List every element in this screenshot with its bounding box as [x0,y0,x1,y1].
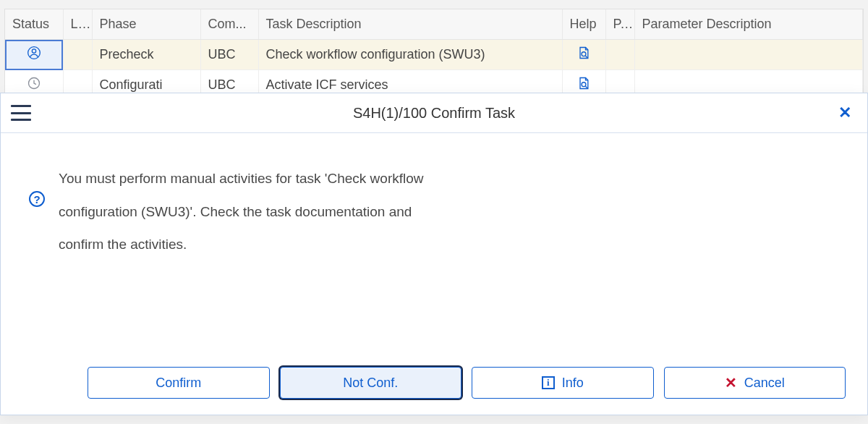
svg-point-2 [582,52,586,56]
cancel-button[interactable]: ✕ Cancel [664,367,846,399]
table-row[interactable]: Precheck UBC Check workflow configuratio… [5,40,863,70]
cancel-button-label: Cancel [744,376,785,391]
cell-p [605,40,634,70]
not-confirmed-button[interactable]: Not Conf. [280,367,462,399]
help-doc-icon[interactable] [576,46,591,64]
col-status[interactable]: Status [5,9,63,40]
cell-task-description: Check workflow configuration (SWU3) [258,40,562,70]
tasks-table: Status Log Phase Com... Task Description… [5,9,863,101]
menu-icon[interactable] [11,105,31,121]
col-p[interactable]: P... [605,9,634,40]
dialog-icon-area: ? [15,162,59,342]
cell-log [63,40,92,70]
col-phase[interactable]: Phase [92,9,200,40]
dialog-message: You must perform manual activities for t… [59,162,435,342]
info-icon: i [542,376,555,389]
col-log[interactable]: Log [63,9,92,40]
cancel-icon: ✕ [725,374,737,391]
dialog-header: S4H(1)/100 Confirm Task ✕ [1,93,867,133]
help-doc-icon[interactable] [576,76,591,94]
question-icon: ? [29,191,45,207]
cell-param-desc [634,40,863,70]
svg-point-4 [582,82,586,87]
dialog-body: ? You must perform manual activities for… [1,133,867,357]
dialog-button-row: Confirm Not Conf. i Info ✕ Cancel [1,357,867,415]
confirm-button[interactable]: Confirm [88,367,270,399]
person-icon [27,46,41,64]
cell-component: UBC [200,40,258,70]
col-help[interactable]: Help [562,9,605,40]
col-component[interactable]: Com... [200,9,258,40]
confirm-button-label: Confirm [156,376,201,391]
cell-phase: Precheck [92,40,200,70]
info-button-label: Info [562,376,584,391]
close-icon[interactable]: ✕ [833,102,857,124]
col-param-description[interactable]: Parameter Description [634,9,863,40]
not-confirmed-button-label: Not Conf. [343,376,398,391]
info-button[interactable]: i Info [472,367,654,399]
col-task-description[interactable]: Task Description [258,9,562,40]
svg-point-1 [32,49,35,53]
dialog-title: S4H(1)/100 Confirm Task [353,105,515,122]
confirm-task-dialog: S4H(1)/100 Confirm Task ✕ ? You must per… [0,93,868,415]
tasks-table-container: Status Log Phase Com... Task Description… [4,9,864,101]
table-header-row: Status Log Phase Com... Task Description… [5,9,863,40]
clock-icon [27,76,41,94]
